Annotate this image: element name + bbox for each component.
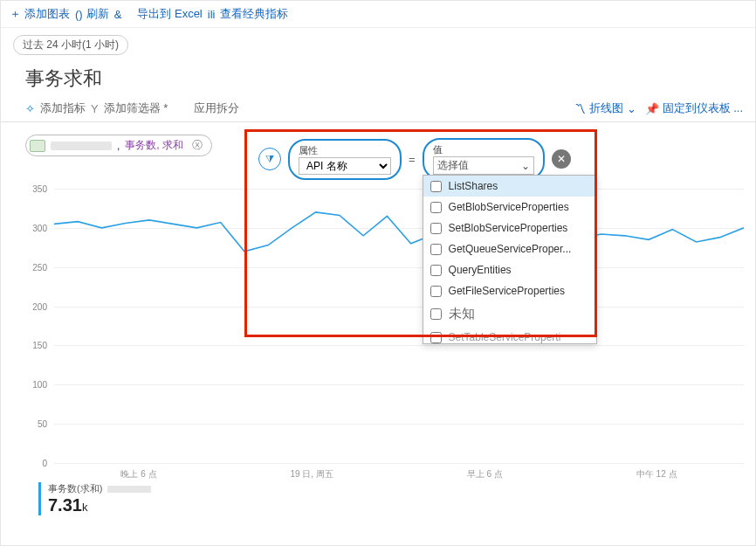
- option-checkbox[interactable]: [430, 265, 442, 276]
- classic-label: 查看经典指标: [220, 6, 288, 22]
- option-checkbox[interactable]: [430, 181, 442, 192]
- equals-sign: =: [409, 153, 416, 166]
- property-label: 属性: [299, 144, 391, 157]
- x-tick-label: 19 日, 周五: [290, 468, 333, 480]
- y-tick-label: 50: [38, 419, 47, 429]
- chevron-down-icon: ⌄: [627, 102, 636, 115]
- add-metric-button[interactable]: 添加指标: [40, 100, 86, 116]
- page-title: 事务求和: [25, 66, 755, 92]
- dropdown-option[interactable]: GetBlobServiceProperties: [423, 197, 596, 218]
- top-toolbar: ＋ 添加图表 () 刷新 & 导出到 Excel ili 查看经典指标: [1, 1, 755, 28]
- remove-filter-button[interactable]: ✕: [552, 149, 571, 169]
- export-button[interactable]: 导出到 Excel: [137, 6, 202, 22]
- export-label: 导出到 Excel: [137, 6, 202, 22]
- resource-name-redacted: [51, 142, 112, 150]
- option-label: GetBlobServiceProperties: [449, 201, 569, 213]
- value-placeholder: 选择值: [437, 158, 469, 173]
- remove-metric-icon[interactable]: ⓧ: [192, 138, 203, 153]
- plus-icon: ＋: [10, 6, 21, 22]
- refresh-button[interactable]: () 刷新: [75, 6, 109, 22]
- pin-label: 固定到仪表板 ...: [663, 100, 743, 116]
- chevron-down-icon: ⌄: [521, 160, 530, 172]
- apply-split-button[interactable]: 应用拆分: [194, 100, 239, 116]
- amp-label: &: [114, 8, 122, 21]
- option-label: GetQueueServiceProper...: [449, 243, 572, 255]
- y-tick-label: 200: [32, 301, 47, 311]
- option-label: SetBlobServiceProperties: [449, 222, 568, 234]
- option-checkbox[interactable]: [430, 286, 442, 297]
- series-line: [54, 212, 744, 252]
- option-checkbox[interactable]: [430, 244, 442, 255]
- chart-area: 050100150200250300350 晚上 6 点19 日, 周五早上 6…: [24, 189, 744, 477]
- option-label: GetFileServiceProperties: [449, 285, 565, 297]
- legend-value: 7.31k: [48, 495, 151, 515]
- property-select[interactable]: API 名称: [299, 157, 391, 175]
- x-tick-label: 晚上 6 点: [120, 468, 156, 480]
- dropdown-option[interactable]: GetQueueServiceProper...: [423, 238, 596, 259]
- classic-button[interactable]: 查看经典指标: [220, 6, 288, 22]
- dropdown-option[interactable]: SetBlobServiceProperties: [423, 218, 596, 238]
- value-select[interactable]: 选择值 ⌄: [433, 156, 534, 175]
- pin-icon: 📌: [645, 102, 659, 115]
- metric-pill[interactable]: , 事务数, 求和 ⓧ: [25, 135, 212, 156]
- dropdown-option[interactable]: 未知: [423, 301, 596, 327]
- x-tick-label: 中午 12 点: [636, 468, 677, 480]
- dropdown-option[interactable]: QueryEntities: [423, 259, 596, 280]
- add-chart-label: 添加图表: [24, 6, 70, 22]
- add-filter-button[interactable]: 添加筛选器 *: [104, 100, 168, 116]
- filter-icon: ⧩: [265, 153, 274, 165]
- ili-label: ili: [208, 8, 216, 21]
- x-axis-labels: 晚上 6 点19 日, 周五早上 6 点中午 12 点: [54, 468, 744, 480]
- y-tick-label: 100: [32, 380, 47, 390]
- filter-value-pill: 值 选择值 ⌄ ListShares GetBlobServicePropert…: [423, 138, 545, 180]
- option-label: 未知: [449, 306, 475, 322]
- y-axis-labels: 050100150200250300350: [24, 189, 51, 468]
- option-checkbox[interactable]: [430, 223, 442, 234]
- sub-toolbar: ✧ 添加指标 Y 添加筛选器 * 应用拆分 〽 折线图 ⌄ 📌 固定到仪表板 .…: [1, 97, 755, 122]
- option-checkbox[interactable]: [430, 202, 442, 213]
- refresh-icon: (): [75, 8, 83, 21]
- option-checkbox[interactable]: [430, 308, 442, 320]
- resource-icon: [30, 140, 45, 152]
- pin-button[interactable]: 📌 固定到仪表板 ...: [645, 100, 743, 116]
- refresh-label: 刷新: [86, 6, 109, 22]
- time-range-chip[interactable]: 过去 24 小时(1 小时): [13, 35, 128, 55]
- line-chart-icon: 〽: [574, 102, 586, 115]
- dropdown-scroll[interactable]: ListShares GetBlobServiceProperties SetB…: [423, 176, 596, 343]
- dropdown-option[interactable]: GetFileServiceProperties: [423, 280, 596, 301]
- dropdown-option[interactable]: SetTableServiceProperti: [423, 327, 596, 343]
- y-tick-label: 300: [32, 223, 47, 232]
- chart-legend: 事务数(求和) 7.31k: [38, 482, 151, 515]
- y-tick-label: 350: [32, 184, 47, 194]
- filter-icon-button[interactable]: ⧩: [258, 148, 281, 170]
- x-tick-label: 早上 6 点: [467, 468, 503, 480]
- legend-redacted: [107, 486, 151, 493]
- grid-line: [54, 463, 744, 464]
- filter-group: ⧩ 属性 API 名称 = 值 选择值 ⌄ ListShares GetBlob…: [258, 138, 571, 180]
- close-icon: ✕: [557, 153, 566, 165]
- dropdown-option[interactable]: ListShares: [423, 176, 596, 197]
- option-label: QueryEntities: [449, 264, 512, 276]
- legend-label: 事务数(求和): [48, 482, 102, 495]
- option-checkbox[interactable]: [430, 332, 442, 343]
- line-chart-svg: [54, 189, 744, 463]
- chart-type-label: 折线图: [589, 100, 623, 116]
- metrics-icon: ✧: [25, 102, 35, 115]
- y-tick-label: 250: [32, 262, 47, 272]
- add-chart-button[interactable]: ＋ 添加图表: [10, 6, 70, 22]
- value-dropdown: ListShares GetBlobServiceProperties SetB…: [423, 175, 597, 344]
- chart-type-dropdown[interactable]: 〽 折线图 ⌄: [574, 100, 636, 116]
- option-label: SetTableServiceProperti: [449, 331, 561, 343]
- option-label: ListShares: [449, 180, 498, 192]
- plot: [54, 189, 744, 463]
- value-label: 值: [433, 143, 534, 156]
- y-tick-label: 150: [32, 341, 47, 350]
- filter-property-pill: 属性 API 名称: [288, 139, 402, 180]
- metric-pill-text: 事务数, 求和: [125, 138, 183, 153]
- y-tick-label: 0: [42, 459, 47, 468]
